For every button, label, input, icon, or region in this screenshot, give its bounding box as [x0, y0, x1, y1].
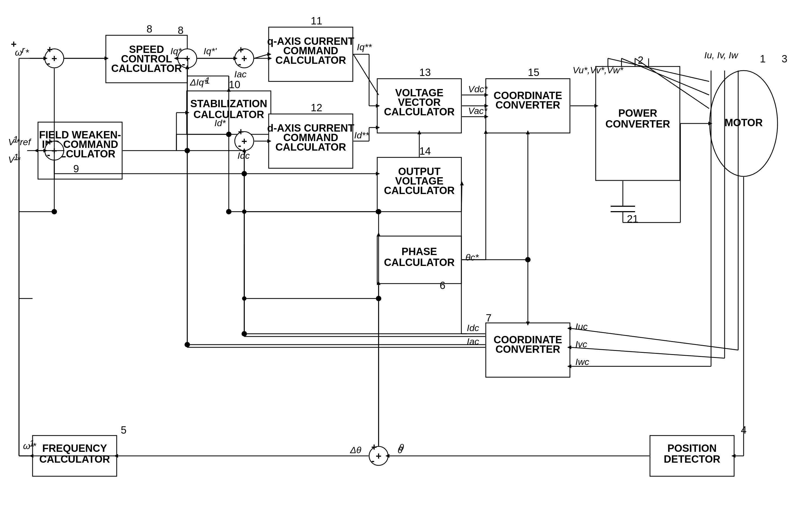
svg-text:6: 6 — [440, 280, 445, 291]
svg-text:+: + — [238, 44, 244, 55]
svg-text:-: - — [47, 149, 50, 160]
svg-text:POWER: POWER — [618, 108, 657, 119]
svg-text:-: - — [238, 58, 241, 69]
svg-text:+: + — [11, 38, 17, 50]
svg-text:8: 8 — [178, 25, 183, 36]
svg-point-262 — [525, 257, 531, 262]
svg-text:r: r — [22, 45, 25, 55]
svg-text:DETECTOR: DETECTOR — [664, 454, 720, 465]
svg-point-261 — [376, 296, 381, 301]
svg-text:CONVERTER: CONVERTER — [496, 344, 561, 355]
svg-text:FREQUENCY: FREQUENCY — [42, 443, 107, 454]
svg-text:CALCULATOR: CALCULATOR — [111, 63, 182, 74]
svg-text:Id*: Id* — [214, 118, 226, 128]
svg-text:*: * — [25, 47, 29, 58]
svg-text:CALCULATOR: CALCULATOR — [39, 454, 110, 465]
svg-text:10: 10 — [229, 79, 240, 91]
svg-text:3: 3 — [782, 53, 787, 65]
svg-text:*: * — [33, 441, 37, 451]
svg-text:11: 11 — [311, 15, 322, 27]
svg-text:CALCULATOR: CALCULATOR — [275, 54, 346, 66]
svg-text:Iac: Iac — [234, 69, 246, 79]
svg-text:+: + — [47, 136, 53, 147]
svg-point-258 — [52, 209, 57, 214]
svg-text:Iq**: Iq** — [357, 42, 372, 52]
svg-text:Iq*: Iq* — [170, 46, 182, 56]
svg-text:POSITION: POSITION — [667, 443, 717, 454]
svg-text:CALCULATOR: CALCULATOR — [384, 185, 455, 196]
svg-text:13: 13 — [419, 67, 431, 78]
svg-text:12: 12 — [311, 102, 322, 113]
svg-text:14: 14 — [419, 145, 431, 157]
svg-point-256 — [226, 209, 231, 214]
svg-text:Iu, Iv, Iw: Iu, Iv, Iw — [704, 50, 739, 60]
svg-text:1: 1 — [205, 75, 210, 85]
svg-line-220 — [461, 184, 462, 212]
diagram-container: SPEED CONTROL CALCULATOR 8 STABILIZATION… — [0, 0, 812, 524]
svg-text:1: 1 — [760, 53, 766, 65]
svg-text:+: + — [47, 44, 53, 55]
svg-text:CONVERTER: CONVERTER — [605, 118, 670, 130]
svg-text:+: + — [371, 442, 377, 453]
svg-text:CALCULATOR: CALCULATOR — [384, 257, 455, 268]
svg-text:15: 15 — [528, 67, 539, 78]
svg-text:2: 2 — [638, 54, 644, 66]
svg-text:+: + — [238, 126, 244, 137]
svg-text:CALCULATOR: CALCULATOR — [384, 106, 455, 117]
svg-text:-: - — [47, 58, 50, 69]
svg-text:Iq*': Iq*' — [204, 46, 217, 56]
svg-text:θ: θ — [399, 442, 404, 452]
svg-text:Vdc*: Vdc* — [468, 84, 488, 94]
svg-text:PHASE: PHASE — [402, 246, 437, 257]
svg-point-257 — [376, 209, 381, 214]
svg-text:Idc: Idc — [467, 323, 479, 333]
svg-text:θc*: θc* — [466, 252, 479, 262]
svg-text:7: 7 — [486, 312, 491, 324]
svg-text:5: 5 — [121, 424, 127, 436]
svg-text:Δθ: Δθ — [350, 445, 361, 455]
svg-text:Iwc: Iwc — [575, 357, 589, 367]
svg-text:Vu*,Vv*,Vw*: Vu*,Vv*,Vw* — [573, 65, 624, 75]
svg-text:8: 8 — [147, 23, 152, 35]
svg-text:*ref: *ref — [16, 137, 32, 147]
svg-text:-: - — [238, 140, 241, 151]
svg-text:-: - — [182, 58, 185, 69]
svg-text:MOTOR: MOTOR — [725, 117, 763, 128]
svg-text:21: 21 — [627, 213, 638, 225]
svg-text:Id**: Id** — [354, 130, 370, 140]
svg-text:-: - — [371, 455, 374, 466]
svg-text:9: 9 — [73, 163, 79, 175]
svg-text:CALCULATOR: CALCULATOR — [275, 142, 346, 153]
svg-text:CONVERTER: CONVERTER — [496, 99, 561, 111]
